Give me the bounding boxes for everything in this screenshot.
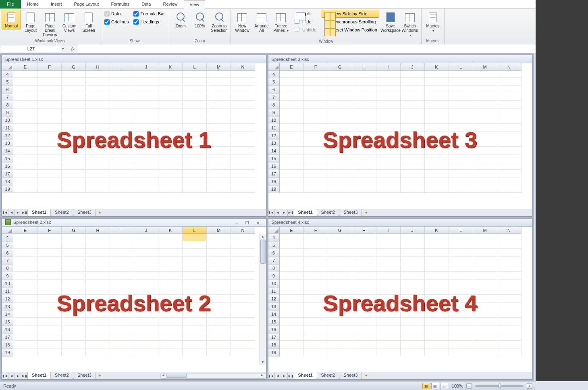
select-all-corner[interactable]: [268, 227, 280, 234]
row-header[interactable]: 15: [2, 318, 13, 326]
cell[interactable]: [183, 242, 207, 249]
cell[interactable]: [473, 288, 497, 295]
cell[interactable]: [134, 249, 158, 257]
cell[interactable]: [158, 117, 183, 124]
cell[interactable]: [473, 117, 497, 124]
nav-last-button[interactable]: ►▮: [21, 209, 28, 216]
cell[interactable]: [280, 341, 304, 348]
row-header[interactable]: 18: [268, 341, 280, 349]
vertical-scrollbar[interactable]: [260, 234, 266, 365]
cell[interactable]: [328, 78, 352, 86]
cell[interactable]: [473, 265, 497, 272]
cell[interactable]: [207, 334, 231, 341]
cell[interactable]: [134, 101, 158, 108]
cell[interactable]: [158, 163, 183, 170]
cell[interactable]: [207, 249, 231, 257]
cell[interactable]: [425, 170, 449, 177]
cell[interactable]: [158, 94, 183, 101]
cell[interactable]: [352, 303, 376, 310]
cell[interactable]: [352, 86, 376, 93]
cell[interactable]: [473, 155, 497, 162]
sheet-tab[interactable]: Sheet3: [339, 372, 362, 379]
cell[interactable]: [425, 257, 449, 264]
cell[interactable]: [473, 249, 497, 257]
row-header[interactable]: 19: [268, 349, 280, 357]
row-header[interactable]: 7: [268, 94, 280, 101]
cell[interactable]: [134, 242, 158, 249]
cell[interactable]: [280, 71, 304, 78]
column-header[interactable]: N: [497, 227, 522, 234]
cell[interactable]: [207, 155, 231, 162]
cell[interactable]: [304, 155, 328, 162]
cell[interactable]: [110, 326, 134, 333]
close-button[interactable]: ✕: [253, 219, 263, 225]
sheet-tab[interactable]: Sheet2: [317, 372, 340, 379]
cell[interactable]: [86, 94, 110, 101]
cell[interactable]: [473, 101, 497, 108]
cell[interactable]: [328, 132, 352, 139]
row-header[interactable]: 14: [2, 311, 13, 318]
cell[interactable]: [280, 265, 304, 272]
row-header[interactable]: 13: [268, 303, 280, 311]
cell[interactable]: [37, 349, 62, 356]
cell[interactable]: [497, 163, 522, 170]
cell[interactable]: [231, 117, 255, 124]
cell[interactable]: [473, 242, 497, 249]
row-header[interactable]: 14: [2, 147, 13, 155]
row-header[interactable]: 12: [268, 295, 280, 303]
cell[interactable]: [134, 155, 158, 162]
cell[interactable]: [497, 78, 522, 86]
cell[interactable]: [352, 101, 376, 108]
cell[interactable]: [304, 249, 328, 257]
cell[interactable]: [62, 341, 86, 348]
cell[interactable]: [158, 265, 183, 272]
cell[interactable]: [231, 132, 255, 139]
cell[interactable]: [13, 295, 37, 302]
cell[interactable]: [13, 311, 37, 318]
row-header[interactable]: 8: [2, 101, 13, 109]
cell[interactable]: [473, 234, 497, 241]
cell[interactable]: [473, 163, 497, 170]
cell[interactable]: [401, 272, 425, 279]
cell[interactable]: [86, 170, 110, 177]
cell[interactable]: [231, 288, 255, 295]
cell[interactable]: [207, 132, 231, 139]
cell[interactable]: [13, 124, 37, 131]
cell[interactable]: [401, 280, 425, 287]
cell[interactable]: [449, 234, 473, 241]
cell[interactable]: [352, 163, 376, 170]
sheet-tab[interactable]: Sheet1: [294, 372, 317, 379]
cell[interactable]: [13, 272, 37, 279]
cell[interactable]: [352, 140, 376, 147]
cell[interactable]: [401, 124, 425, 131]
cell[interactable]: [231, 341, 255, 348]
cell[interactable]: [497, 318, 522, 325]
cell[interactable]: [280, 326, 304, 333]
cell[interactable]: [425, 234, 449, 241]
cell[interactable]: [37, 140, 62, 147]
cell[interactable]: [134, 186, 158, 193]
cell[interactable]: [13, 109, 37, 116]
cell[interactable]: [497, 242, 522, 249]
cell[interactable]: [280, 349, 304, 356]
cell[interactable]: [37, 341, 62, 348]
column-header[interactable]: J: [134, 227, 158, 234]
formula-bar-checkbox[interactable]: Formula Bar: [133, 10, 166, 18]
column-header[interactable]: K: [158, 63, 183, 71]
row-header[interactable]: 5: [2, 242, 13, 249]
cell[interactable]: [13, 132, 37, 139]
column-header[interactable]: I: [376, 63, 401, 71]
column-header[interactable]: E: [13, 63, 37, 71]
tab-data[interactable]: Data: [135, 0, 157, 8]
cell[interactable]: [449, 257, 473, 264]
row-header[interactable]: 16: [268, 326, 280, 334]
new-sheet-button[interactable]: ✦: [96, 372, 104, 379]
cell[interactable]: [183, 124, 207, 131]
cell[interactable]: [473, 257, 497, 264]
cell[interactable]: [158, 71, 183, 78]
row-header[interactable]: 18: [2, 341, 13, 349]
cell[interactable]: [376, 101, 401, 108]
cell[interactable]: [86, 117, 110, 124]
cell[interactable]: [304, 178, 328, 185]
cell[interactable]: [376, 117, 401, 124]
